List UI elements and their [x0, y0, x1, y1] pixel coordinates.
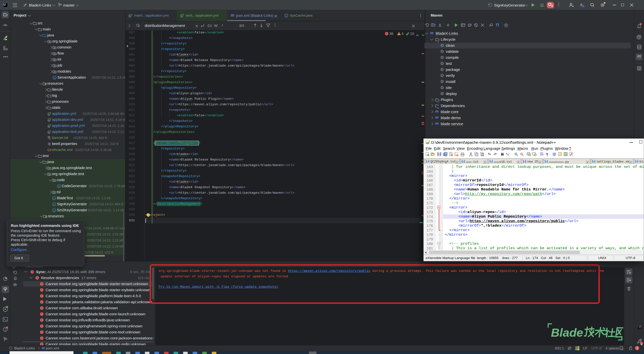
svg-text:C: C	[53, 197, 55, 200]
svg-text:C: C	[53, 209, 55, 212]
svg-text:JR: JR	[5, 38, 7, 41]
svg-text:C: C	[58, 185, 60, 188]
svg-text:A: A	[582, 4, 585, 8]
svg-text:A: A	[639, 68, 640, 70]
svg-text:C: C	[54, 76, 56, 79]
svg-text:¶: ¶	[546, 152, 548, 156]
svg-text:C: C	[286, 14, 287, 17]
svg-text:C: C	[53, 203, 55, 206]
svg-text:b: b	[506, 152, 507, 155]
